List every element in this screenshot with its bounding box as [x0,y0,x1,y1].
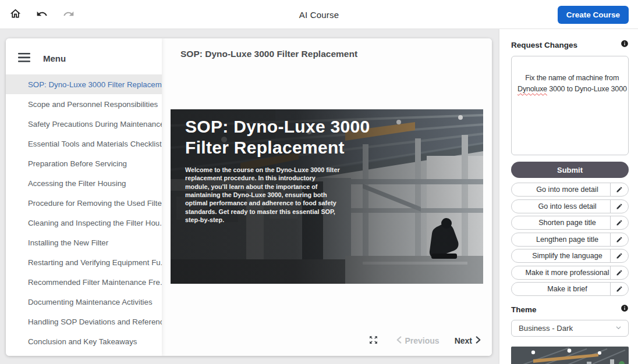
request-changes-input[interactable]: Fix the name of machine from Dynoluxe 30… [511,56,629,155]
redo-button[interactable] [59,5,78,24]
menu-title: Menu [43,53,66,63]
slide-body: Welcome to the course on the Dyno-Luxe 3… [185,166,341,224]
menu-item[interactable]: Preparation Before Servicing [6,154,162,173]
info-icon[interactable] [621,304,629,315]
edit-pencil-icon[interactable] [610,233,628,246]
home-button[interactable] [6,5,24,24]
hamburger-icon [18,53,30,64]
edit-pencil-icon[interactable] [610,283,628,295]
quick-action-button[interactable]: Simplify the language [511,249,629,263]
edit-pencil-icon[interactable] [610,200,628,213]
home-icon [9,8,22,22]
sidebar-panel: Request Changes Fix the name of machine … [499,29,638,364]
quick-action-button[interactable]: Make it more professional [511,266,629,280]
menu-item[interactable]: Essential Tools and Materials Checklist [6,134,162,154]
undo-icon [36,8,48,22]
edit-pencil-icon[interactable] [610,216,628,229]
menu-item[interactable]: Recommended Filter Maintenance Fre... [6,272,162,292]
previous-button[interactable]: Previous [396,336,439,345]
info-icon[interactable] [621,40,629,50]
menu-item[interactable]: Conclusion and Key Takeaways [6,331,162,351]
quick-action-button[interactable]: Make it brief [511,282,629,296]
slide-title: SOP: Dyno-Luxe 3000 Filter Replacement [185,116,383,158]
quick-action-button[interactable]: Go into more detail [511,183,629,197]
course-card: Menu SOP: Dyno-Luxe 3000 Filter Replacem… [6,38,492,356]
hamburger-menu-button[interactable] [17,51,31,65]
redo-icon [63,8,75,22]
fullscreen-button[interactable] [367,334,381,348]
theme-selected-value: Business - Dark [519,324,573,333]
next-button[interactable]: Next [455,336,481,345]
menu-item[interactable]: Cleaning and Inspecting the Filter Hou..… [6,213,162,233]
chevron-down-icon [615,324,622,333]
menu-item[interactable]: Installing the New Filter [6,233,162,252]
theme-select[interactable]: Business - Dark [511,320,629,337]
submit-button[interactable]: Submit [511,162,629,178]
quick-action-button[interactable]: Shorten page title [511,216,629,230]
menu-item[interactable]: Procedure for Removing the Used Filter [6,193,162,213]
menu-item[interactable]: SOP: Dyno-Luxe 3000 Filter Replaceme... [6,74,162,94]
slide-preview: SOP: Dyno-Luxe 3000 Filter Replacement W… [171,109,483,284]
page-title: SOP: Dyno-Luxe 3000 Filter Replacement [180,49,357,59]
menu-item[interactable]: Handling SOP Deviations and Referenc... [6,312,162,331]
request-changes-heading: Request Changes [511,41,577,49]
undo-button[interactable] [33,5,51,24]
top-bar: AI Course Create Course [0,0,638,29]
theme-preview-image [511,347,629,364]
quick-action-button[interactable]: Go into less detail [511,199,629,213]
edit-pencil-icon[interactable] [610,249,628,262]
edit-pencil-icon[interactable] [610,266,628,279]
menu-list: SOP: Dyno-Luxe 3000 Filter Replaceme... … [6,74,162,351]
quick-actions-list: Go into more detail Go into less detail … [511,183,629,296]
expand-icon [368,335,378,347]
create-course-button[interactable]: Create Course [558,6,629,24]
content-panel: SOP: Dyno-Luxe 3000 Filter Replacement [162,38,492,356]
theme-heading: Theme [511,305,537,314]
menu-item[interactable]: Restarting and Verifying Equipment Fu... [6,252,162,272]
menu-item[interactable]: Safety Precautions During Maintenance [6,114,162,134]
app-title: AI Course [299,0,339,29]
misspelled-word: Dynoluxe [518,85,547,93]
menu-item[interactable]: Documenting Maintenance Activities [6,292,162,312]
edit-pencil-icon[interactable] [610,183,628,196]
chevron-left-icon [396,336,402,345]
menu-panel: Menu SOP: Dyno-Luxe 3000 Filter Replacem… [6,38,162,356]
chevron-right-icon [475,336,481,345]
menu-item[interactable]: Scope and Personnel Responsibilities [6,94,162,114]
menu-item[interactable]: Accessing the Filter Housing [6,173,162,193]
quick-action-button[interactable]: Lengthen page title [511,233,629,247]
